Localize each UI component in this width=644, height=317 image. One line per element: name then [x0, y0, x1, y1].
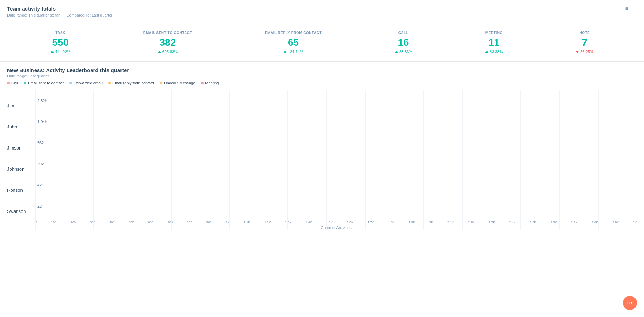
x-tick: 700 — [167, 221, 173, 224]
metric-change: 124.14% — [265, 50, 322, 54]
bar-row-jimson: 562 — [35, 132, 637, 153]
metric-change-text: 414.02% — [55, 50, 70, 54]
x-tick: 1.3K — [285, 221, 292, 224]
chart-body: 2.82K1.04K5622924222 0100200300400500600… — [35, 90, 637, 244]
x-tick: 1.7K — [367, 221, 374, 224]
x-tick: 2.2K — [468, 221, 475, 224]
x-tick: 500 — [129, 221, 134, 224]
metric-change: 56.25% — [576, 50, 593, 54]
y-label-john: John — [7, 116, 35, 137]
legend-dot — [160, 82, 162, 84]
metric-label: CALL — [395, 31, 412, 35]
legend-item-email-reply: Email reply from contact — [108, 81, 154, 85]
metric-value: 382 — [143, 37, 192, 48]
metric-value: 550 — [50, 37, 70, 48]
bar-group: 562 — [35, 139, 44, 147]
legend-dot — [69, 82, 72, 84]
metric-value: 7 — [576, 37, 593, 48]
x-tick: 2.7K — [571, 221, 578, 224]
x-tick: 3K — [633, 221, 637, 224]
legend-item-call: Call — [7, 81, 18, 85]
bar-value-label: 42 — [37, 183, 42, 187]
top-panel-title: Team activity totals — [7, 6, 637, 12]
chart-area: JimJohnJimsonJohnsonRonsonSwanson 2.82K1… — [7, 90, 637, 244]
chart-legend: Call Email sent to contact Forwarded ema… — [7, 81, 637, 85]
x-tick: 800 — [187, 221, 192, 224]
x-tick: 1.9K — [409, 221, 415, 224]
arrow-down-icon — [576, 51, 579, 53]
leaderboard-title: New Business: Activity Leaderboard this … — [7, 67, 637, 73]
legend-dot — [24, 82, 26, 84]
metric-value: 16 — [395, 37, 412, 48]
x-tick: 100 — [51, 221, 56, 224]
metric-change: 695.83% — [143, 50, 192, 54]
bar-row-jim: 2.82K — [35, 90, 637, 111]
x-tick: 2.3K — [489, 221, 495, 224]
arrow-up-icon — [283, 51, 287, 53]
bar-group: 292 — [35, 160, 44, 168]
y-label-swanson: Swanson — [7, 201, 35, 222]
bar-row-johnson: 292 — [35, 153, 637, 175]
metric-change-text: 695.83% — [162, 50, 178, 54]
metric-value: 65 — [265, 37, 322, 48]
y-label-jim: Jim — [7, 95, 35, 116]
legend-item-linkedin: LinkedIn Message — [160, 81, 195, 85]
x-tick: 1.1K — [244, 221, 250, 224]
legend-label: Call — [11, 81, 18, 85]
legend-dot — [108, 82, 111, 84]
x-tick: 2.5K — [530, 221, 537, 224]
legend-label: Meeting — [205, 81, 219, 85]
x-tick: 600 — [148, 221, 153, 224]
y-label-johnson: Johnson — [7, 158, 35, 179]
separator: | — [63, 13, 64, 17]
toolbar-icons: ≡ ⋮ — [625, 6, 637, 12]
arrow-up-icon — [158, 51, 161, 53]
metric-change: 83.33% — [395, 50, 412, 54]
bars-container: 2.82K1.04K5622924222 — [35, 90, 637, 217]
date-range-header: Date range: This quarter so far | Compar… — [7, 13, 637, 17]
bottom-panel: New Business: Activity Leaderboard this … — [0, 62, 644, 247]
y-label-ronson: Ronson — [7, 179, 35, 201]
legend-label: Email sent to contact — [28, 81, 64, 85]
y-labels: JimJohnJimsonJohnsonRonsonSwanson — [7, 90, 35, 244]
metric-change-text: 124.14% — [288, 50, 303, 54]
x-tick: 2.6K — [550, 221, 557, 224]
bar-row-ronson: 42 — [35, 175, 637, 196]
x-tick: 2.9K — [612, 221, 619, 224]
bar-row-swanson: 22 — [35, 196, 637, 217]
y-label-jimson: Jimson — [7, 137, 35, 158]
x-tick: 2.4K — [509, 221, 516, 224]
x-tick: 1.5K — [326, 221, 333, 224]
legend-dot — [7, 82, 10, 84]
metric-email-reply: EMAIL REPLY FROM CONTACT 65 124.14% — [265, 31, 322, 54]
x-tick: 1.8K — [388, 221, 395, 224]
bar-group: 1.04K — [35, 118, 48, 126]
x-tick: 2.8K — [592, 221, 598, 224]
legend-label: Forwarded email — [74, 81, 103, 85]
metric-label: TASK — [50, 31, 70, 35]
metric-change: 83.33% — [485, 50, 503, 54]
metric-change-text: 83.33% — [490, 50, 503, 54]
metric-note: NOTE 7 56.25% — [576, 31, 593, 54]
bar-group: 22 — [35, 202, 42, 210]
bar-value-label: 2.82K — [37, 99, 48, 103]
more-icon[interactable]: ⋮ — [631, 6, 637, 12]
metric-change-text: 83.33% — [399, 50, 412, 54]
legend-item-email-sent: Email sent to contact — [24, 81, 64, 85]
x-tick: 2K — [429, 221, 433, 224]
metric-value: 11 — [485, 37, 503, 48]
legend-dot — [201, 82, 204, 84]
x-tick: 400 — [109, 221, 114, 224]
date-range-text: Date range: This quarter so far — [7, 13, 60, 17]
bar-value-label: 292 — [37, 162, 44, 166]
metric-label: MEETING — [485, 31, 503, 35]
filter-icon[interactable]: ≡ — [625, 6, 628, 12]
bar-row-john: 1.04K — [35, 111, 637, 132]
metric-change-text: 56.25% — [580, 50, 593, 54]
metrics-row: TASK 550 414.02% EMAIL SENT TO CONTACT 3… — [0, 21, 644, 61]
metric-label: EMAIL SENT TO CONTACT — [143, 31, 192, 35]
x-axis: 01002003004005006007008009001K1.1K1.2K1.… — [35, 219, 637, 230]
leaderboard-date-range: Date range: Last quarter — [7, 74, 637, 78]
compared-to-text: Compared To: Last quarter — [66, 13, 112, 17]
legend-item-meeting: Meeting — [201, 81, 219, 85]
